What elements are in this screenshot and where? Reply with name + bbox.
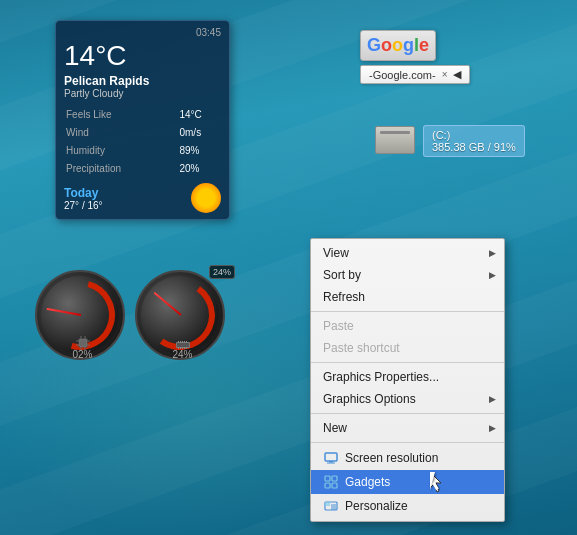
svg-rect-15 <box>184 341 185 343</box>
weather-condition: Partly Cloudy <box>64 88 221 99</box>
cpu-icon <box>76 336 90 353</box>
gadgets-icon <box>323 474 339 490</box>
menu-separator-3 <box>311 413 504 414</box>
menu-item-graphics-properties-label: Graphics Properties... <box>323 370 439 384</box>
humidity-label: Humidity <box>66 143 177 159</box>
humidity-value: 89% <box>179 143 219 159</box>
menu-item-gadgets[interactable]: Gadgets <box>311 470 504 494</box>
today-label: Today <box>64 186 103 200</box>
svg-rect-27 <box>325 483 330 488</box>
context-menu: View ▶ Sort by ▶ Refresh Paste Paste sho… <box>310 238 505 522</box>
svg-rect-21 <box>186 347 187 349</box>
svg-rect-14 <box>182 341 183 343</box>
weather-temperature: 14°C <box>64 40 221 72</box>
cpu-meter: 02% <box>35 270 130 365</box>
precipitation-label: Precipitation <box>66 161 177 177</box>
menu-item-view[interactable]: View ▶ <box>311 242 504 264</box>
drive-widget: (C:) 385.38 GB / 91% <box>375 125 525 157</box>
svg-rect-13 <box>180 341 181 343</box>
menu-item-gadgets-label: Gadgets <box>345 475 390 489</box>
menu-item-screen-resolution-label: Screen resolution <box>345 451 438 465</box>
menu-item-graphics-options-arrow: ▶ <box>489 394 496 404</box>
google-logo: Google <box>367 35 429 56</box>
menu-item-paste[interactable]: Paste <box>311 315 504 337</box>
google-widget-url[interactable]: -Google.com- × ◀ <box>360 65 470 84</box>
weather-today: Today 27° / 16° <box>64 183 221 213</box>
menu-item-paste-shortcut[interactable]: Paste shortcut <box>311 337 504 359</box>
menu-item-new[interactable]: New ▶ <box>311 417 504 439</box>
ram-icon <box>176 339 190 353</box>
menu-item-new-label: New <box>323 421 347 435</box>
mouse-cursor <box>430 472 442 492</box>
drive-icon-image <box>375 126 415 154</box>
menu-item-view-label: View <box>323 246 349 260</box>
svg-rect-24 <box>327 463 335 464</box>
meters-widget: 02% 24% 24% <box>35 270 230 365</box>
menu-item-sort-by-label: Sort by <box>323 268 361 282</box>
drive-info: 385.38 GB / 91% <box>432 141 516 153</box>
menu-separator-1 <box>311 311 504 312</box>
menu-item-screen-resolution[interactable]: Screen resolution <box>311 446 504 470</box>
menu-item-paste-shortcut-label: Paste shortcut <box>323 341 400 355</box>
weather-details: Feels Like 14°C Wind 0m/s Humidity 89% P… <box>64 105 221 179</box>
google-url-text: -Google.com- <box>369 69 436 81</box>
svg-rect-18 <box>180 347 181 349</box>
menu-item-refresh-label: Refresh <box>323 290 365 304</box>
ram-meter-badge: 24% <box>209 265 235 279</box>
svg-rect-26 <box>332 476 337 481</box>
screen-resolution-icon <box>323 450 339 466</box>
svg-rect-17 <box>178 347 179 349</box>
menu-item-sort-arrow: ▶ <box>489 270 496 280</box>
menu-item-graphics-properties[interactable]: Graphics Properties... <box>311 366 504 388</box>
menu-item-view-arrow: ▶ <box>489 248 496 258</box>
feels-like-value: 14°C <box>179 107 219 123</box>
sun-icon <box>191 183 221 213</box>
google-widget[interactable]: Google <box>360 30 436 61</box>
wind-label: Wind <box>66 125 177 141</box>
drive-icon <box>375 126 415 156</box>
drive-label: (C:) 385.38 GB / 91% <box>423 125 525 157</box>
menu-item-sort-by[interactable]: Sort by ▶ <box>311 264 504 286</box>
svg-rect-19 <box>182 347 183 349</box>
google-close-button[interactable]: × <box>442 69 448 80</box>
personalize-icon <box>323 498 339 514</box>
svg-rect-1 <box>80 340 86 346</box>
menu-item-graphics-options-label: Graphics Options <box>323 392 416 406</box>
svg-rect-11 <box>177 343 189 347</box>
today-temp: 27° / 16° <box>64 200 103 211</box>
svg-rect-12 <box>178 341 179 343</box>
weather-location: Pelican Rapids <box>64 74 221 88</box>
precipitation-value: 20% <box>179 161 219 177</box>
feels-like-label: Feels Like <box>66 107 177 123</box>
menu-item-paste-label: Paste <box>323 319 354 333</box>
svg-rect-28 <box>332 483 337 488</box>
svg-rect-20 <box>184 347 185 349</box>
menu-separator-4 <box>311 442 504 443</box>
menu-item-personalize[interactable]: Personalize <box>311 494 504 518</box>
menu-item-graphics-options[interactable]: Graphics Options ▶ <box>311 388 504 410</box>
google-pin-button[interactable]: ◀ <box>453 68 461 81</box>
weather-time: 03:45 <box>64 27 221 38</box>
weather-today-left: Today 27° / 16° <box>64 186 103 211</box>
menu-item-refresh[interactable]: Refresh <box>311 286 504 308</box>
wind-value: 0m/s <box>179 125 219 141</box>
svg-rect-25 <box>325 476 330 481</box>
ram-meter: 24% 24% <box>135 270 230 365</box>
drive-letter: (C:) <box>432 129 516 141</box>
menu-separator-2 <box>311 362 504 363</box>
svg-rect-16 <box>186 341 187 343</box>
svg-rect-23 <box>329 461 333 463</box>
menu-item-personalize-label: Personalize <box>345 499 408 513</box>
svg-rect-31 <box>331 504 336 510</box>
svg-rect-22 <box>325 453 337 461</box>
menu-item-new-arrow: ▶ <box>489 423 496 433</box>
svg-rect-30 <box>325 502 330 506</box>
weather-widget: 03:45 14°C Pelican Rapids Partly Cloudy … <box>55 20 230 220</box>
